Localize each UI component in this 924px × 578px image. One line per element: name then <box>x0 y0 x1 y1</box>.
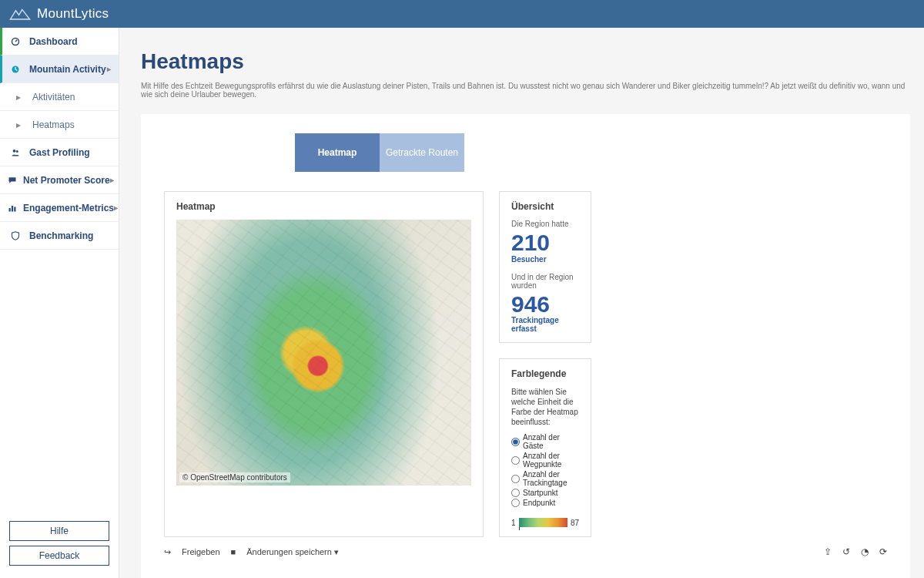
caret-icon: ▸ <box>11 119 26 130</box>
svg-rect-5 <box>12 206 13 212</box>
nav-label: Dashboard <box>29 36 78 47</box>
undo-icon[interactable]: ↺ <box>842 546 850 557</box>
radio-trackingdays[interactable] <box>511 475 520 483</box>
legend-prompt: Bitte wählen Sie welche Einheit die Farb… <box>511 387 579 427</box>
legend-option-label: Anzahl der Wegpunkte <box>523 452 579 469</box>
chevron-right-icon: ▸ <box>114 203 118 212</box>
svg-point-3 <box>16 150 18 153</box>
brand-name: MountLytics <box>37 6 109 22</box>
legend-option-label: Anzahl der Gäste <box>523 433 579 450</box>
page-title: Heatmaps <box>141 49 910 74</box>
sidebar: Dashboard Mountain Activity ▸ ▸ Aktivitä… <box>0 28 119 578</box>
sidebar-footer: Hilfe Feedback <box>0 513 119 578</box>
heatmap-panel-title: Heatmap <box>176 201 471 212</box>
trackingdays-count: 946 <box>511 292 579 317</box>
heatmap-surface[interactable]: © OpenStreetMap contributors <box>176 220 471 486</box>
gradient-bar <box>519 518 567 527</box>
nav-label: Benchmarking <box>29 230 93 241</box>
dashboard-icon <box>8 37 23 46</box>
map-attribution: © OpenStreetMap contributors <box>179 472 290 482</box>
nav-gast-profiling[interactable]: Gast Profiling <box>0 139 119 166</box>
nav-label: Engagement-Metrics <box>23 203 114 213</box>
overview-panel: Übersicht Die Region hatte 210 Besucher … <box>499 191 591 343</box>
color-scale: 1 87 <box>511 518 579 527</box>
chevron-right-icon: ▸ <box>110 176 114 184</box>
clock-icon <box>8 65 23 74</box>
legend-option-label: Anzahl der Trackingtage <box>523 470 579 487</box>
chevron-right-icon: ▸ <box>107 65 111 73</box>
legend-title: Farblegende <box>511 368 579 379</box>
legend-option-start[interactable]: Startpunkt <box>511 489 579 497</box>
refresh-icon[interactable]: ⟳ <box>879 546 887 557</box>
overview-line1: Die Region hatte <box>511 220 579 228</box>
caret-icon: ▸ <box>11 92 26 102</box>
clock-small-icon[interactable]: ◔ <box>861 546 869 557</box>
chat-icon <box>8 176 17 185</box>
mountain-logo-icon <box>9 7 31 21</box>
overview-title: Übersicht <box>511 201 579 212</box>
nav-label: Mountain Activity <box>29 64 106 75</box>
feedback-button[interactable]: Feedback <box>9 546 109 566</box>
shield-icon <box>8 231 23 240</box>
legend-option-label: Startpunkt <box>523 489 558 497</box>
nav-label: Net Promoter Score <box>23 175 110 186</box>
nav-benchmarking[interactable]: Benchmarking <box>0 222 119 250</box>
legend-option-end[interactable]: Endpunkt <box>511 499 579 507</box>
nav-label: Heatmaps <box>32 119 75 130</box>
visitor-count: 210 <box>511 230 579 255</box>
tab-tracked-routes[interactable]: Getrackte Routen <box>380 133 464 172</box>
nav-engagement[interactable]: Engagement-Metrics ▸ <box>0 194 119 222</box>
nav-label: Aktivitäten <box>32 92 75 102</box>
radio-waypoints[interactable] <box>511 456 520 465</box>
tab-heatmap[interactable]: Heatmap <box>295 133 380 172</box>
trackingdays-label: Trackingtage erfasst <box>511 316 579 333</box>
bullet-icon: ■ <box>231 547 236 556</box>
help-button[interactable]: Hilfe <box>9 521 109 541</box>
users-icon <box>8 148 23 157</box>
radio-end[interactable] <box>511 499 520 507</box>
overview-line2: Und in der Region wurden <box>511 273 579 290</box>
main-content: Heatmaps Mit Hilfe des Echtzeit Bewegung… <box>119 28 924 578</box>
share-icon[interactable]: ↪ <box>164 547 171 557</box>
legend-option-label: Endpunkt <box>523 499 555 507</box>
svg-rect-6 <box>14 207 15 211</box>
legend-option-trackingdays[interactable]: Anzahl der Trackingtage <box>511 470 579 487</box>
scale-max: 87 <box>571 519 579 527</box>
legend-option-waypoints[interactable]: Anzahl der Wegpunkte <box>511 452 579 469</box>
svg-rect-4 <box>9 208 11 212</box>
topbar: MountLytics <box>0 0 924 28</box>
radio-guests[interactable] <box>511 438 520 446</box>
legend-option-guests[interactable]: Anzahl der Gäste <box>511 433 579 450</box>
brand-lockup: MountLytics <box>9 6 109 22</box>
main-nav: Dashboard Mountain Activity ▸ ▸ Aktivitä… <box>0 28 119 250</box>
save-changes-button[interactable]: Änderungen speichern ▾ <box>246 547 339 557</box>
nav-nps[interactable]: Net Promoter Score ▸ <box>0 166 119 194</box>
radio-start[interactable] <box>511 489 520 497</box>
download-icon[interactable]: ⇪ <box>824 546 832 557</box>
legend-panel: Farblegende Bitte wählen Sie welche Einh… <box>499 358 591 537</box>
content-card: Heatmap Getrackte Routen Heatmap © OpenS… <box>141 114 910 578</box>
nav-dashboard[interactable]: Dashboard <box>0 28 119 55</box>
svg-point-2 <box>13 149 16 152</box>
save-label: Änderungen speichern <box>246 547 332 556</box>
page-subtitle: Mit Hilfe des Echtzeit Bewegungsprofils … <box>141 82 910 99</box>
tabbar: Heatmap Getrackte Routen <box>295 133 887 172</box>
scale-min: 1 <box>511 519 516 527</box>
nav-label: Gast Profiling <box>29 147 90 158</box>
share-button[interactable]: Freigeben <box>182 547 220 556</box>
nav-heatmaps[interactable]: ▸ Heatmaps <box>0 111 119 139</box>
bars-icon <box>8 203 17 213</box>
nav-aktivitaeten[interactable]: ▸ Aktivitäten <box>0 83 119 111</box>
visitor-label: Besucher <box>511 255 579 264</box>
heatmap-panel: Heatmap © OpenStreetMap contributors <box>164 191 484 537</box>
nav-mountain-activity[interactable]: Mountain Activity ▸ <box>0 55 119 83</box>
map-toolbar: ↪ Freigeben ■ Änderungen speichern ▾ ⇪ ↺… <box>164 546 887 557</box>
